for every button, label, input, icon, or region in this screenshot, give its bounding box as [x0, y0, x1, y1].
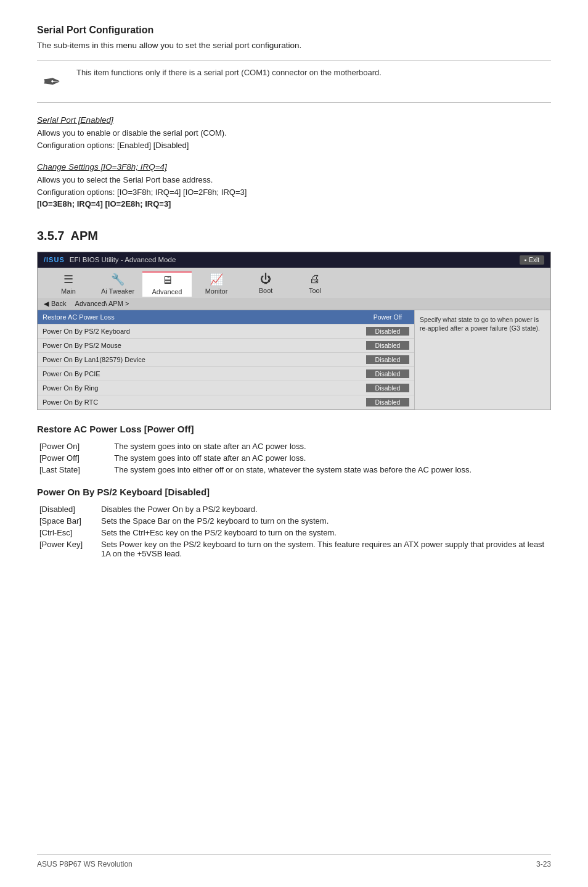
breadcrumb-path: Advanced\ APM >	[75, 300, 129, 307]
boot-icon: ⏻	[260, 273, 271, 286]
bios-nav-bar: ☰ Main 🔧 Ai Tweaker 🖥 Advanced 📈 Monitor…	[38, 268, 550, 298]
table-row: [Disabled] Disables the Power On by a PS…	[37, 503, 551, 515]
option-last-state: [Last State]	[37, 464, 112, 476]
monitor-nav-icon: 📈	[210, 273, 223, 286]
option-disabled: [Disabled]	[37, 503, 99, 515]
bios-row-ps2-mouse[interactable]: Power On By PS/2 Mouse Disabled	[38, 339, 414, 353]
ps2-keyboard-title: Power On By PS/2 Keyboard [Disabled]	[37, 487, 551, 497]
bios-row-pcie[interactable]: Power On By PCIE Disabled	[38, 367, 414, 381]
bios-nav-advanced-label: Advanced	[152, 288, 182, 295]
bios-row-lan-value: Disabled	[366, 355, 409, 364]
bios-nav-boot[interactable]: ⏻ Boot	[241, 271, 290, 297]
bios-row-ring-label: Power On By Ring	[43, 384, 366, 392]
desc-space-bar: Sets the Space Bar on the PS/2 keyboard …	[99, 515, 551, 527]
apm-section-number: 3.5.7	[37, 229, 64, 243]
bios-nav-monitor[interactable]: 📈 Monitor	[192, 271, 241, 297]
desc-power-on: The system goes into on state after an A…	[112, 440, 551, 452]
bios-row-restore-ac[interactable]: Restore AC Power Loss Power Off	[38, 310, 414, 324]
bios-title-text: EFI BIOS Utility - Advanced Mode	[70, 256, 176, 263]
bios-row-pcie-value: Disabled	[366, 369, 409, 378]
bios-row-rtc-value: Disabled	[366, 398, 409, 406]
bios-titlebar-left: /ISUS EFI BIOS Utility - Advanced Mode	[44, 256, 176, 263]
restore-ac-table: [Power On] The system goes into on state…	[37, 440, 551, 476]
desc-disabled: Disables the Power On by a PS/2 keyboard…	[99, 503, 551, 515]
bios-row-ring[interactable]: Power On By Ring Disabled	[38, 381, 414, 395]
option-power-off: [Power Off]	[37, 452, 112, 464]
config-item-serial-port-title: Serial Port [Enabled]	[37, 115, 551, 125]
back-arrow-icon: ◀	[44, 300, 49, 308]
main-icon: ☰	[63, 273, 73, 286]
bios-nav-main-label: Main	[61, 287, 76, 295]
bios-breadcrumb: ◀ Back Advanced\ APM >	[38, 298, 550, 310]
table-row: [Power On] The system goes into on state…	[37, 440, 551, 452]
table-row: [Power Off] The system goes into off sta…	[37, 452, 551, 464]
bios-row-lan[interactable]: Power On By Lan1(82579) Device Disabled	[38, 353, 414, 367]
tool-icon: 🖨	[309, 273, 321, 286]
exit-label: Exit	[529, 257, 539, 263]
config-item-change-settings: Change Settings [IO=3F8h; IRQ=4] Allows …	[37, 162, 551, 210]
bios-nav-ai-tweaker[interactable]: 🔧 Ai Tweaker	[93, 271, 142, 297]
serial-port-title: Serial Port Configuration	[37, 25, 551, 36]
config-item-serial-port-desc: Allows you to enable or disable the seri…	[37, 127, 551, 151]
option-space-bar: [Space Bar]	[37, 515, 99, 527]
bios-nav-tool-label: Tool	[309, 287, 321, 294]
note-icon: ✒	[37, 69, 67, 95]
bios-menu-left: Restore AC Power Loss Power Off Power On…	[38, 310, 415, 410]
page-footer: ASUS P8P67 WS Revolution 3-23	[37, 854, 551, 868]
note-box: ✒ This item functions only if there is a…	[37, 60, 551, 103]
restore-ac-title: Restore AC Power Loss [Power Off]	[37, 424, 551, 434]
back-label[interactable]: Back	[51, 300, 66, 307]
note-text: This item functions only if there is a s…	[76, 68, 382, 77]
bios-help-text: Specify what state to go to when power i…	[415, 310, 550, 410]
bios-row-restore-ac-value: Power Off	[366, 313, 409, 321]
bios-nav-boot-label: Boot	[259, 287, 273, 294]
bios-content: Restore AC Power Loss Power Off Power On…	[38, 310, 550, 410]
config-item-change-settings-desc: Allows you to select the Serial Port bas…	[37, 174, 551, 210]
table-row: [Power Key] Sets Power key on the PS/2 k…	[37, 538, 551, 559]
bios-nav-ai-tweaker-label: Ai Tweaker	[101, 287, 134, 295]
bios-row-rtc[interactable]: Power On By RTC Disabled	[38, 395, 414, 410]
serial-port-intro: The sub-items in this menu allow you to …	[37, 41, 551, 50]
asus-logo: /ISUS	[44, 256, 65, 263]
table-row: [Last State] The system goes into either…	[37, 464, 551, 476]
bios-nav-advanced[interactable]: 🖥 Advanced	[142, 271, 192, 297]
bios-row-ps2-keyboard[interactable]: Power On By PS/2 Keyboard Disabled	[38, 324, 414, 339]
bios-row-ps2-keyboard-label: Power On By PS/2 Keyboard	[43, 328, 366, 335]
bios-nav-main[interactable]: ☰ Main	[44, 271, 93, 297]
table-row: [Ctrl-Esc] Sets the Ctrl+Esc key on the …	[37, 527, 551, 538]
option-ctrl-esc: [Ctrl-Esc]	[37, 527, 99, 538]
bios-nav-monitor-label: Monitor	[205, 287, 228, 295]
bios-nav-tool[interactable]: 🖨 Tool	[290, 271, 340, 297]
bios-row-restore-ac-label: Restore AC Power Loss	[43, 313, 366, 321]
bios-row-ps2-mouse-label: Power On By PS/2 Mouse	[43, 342, 366, 349]
bios-row-pcie-label: Power On By PCIE	[43, 370, 366, 377]
bios-row-rtc-label: Power On By RTC	[43, 398, 366, 406]
apm-section-label: APM	[70, 229, 97, 243]
serial-port-desc-line1: Allows you to enable or disable the seri…	[37, 128, 227, 150]
advanced-icon: 🖥	[161, 274, 173, 287]
bios-row-ps2-keyboard-value: Disabled	[366, 327, 409, 336]
apm-section: 3.5.7 APM /ISUS EFI BIOS Utility - Advan…	[37, 229, 551, 559]
desc-ctrl-esc: Sets the Ctrl+Esc key on the PS/2 keyboa…	[99, 527, 551, 538]
ps2-keyboard-table: [Disabled] Disables the Power On by a PS…	[37, 503, 551, 559]
bios-row-ps2-mouse-value: Disabled	[366, 341, 409, 350]
config-item-change-settings-title: Change Settings [IO=3F8h; IRQ=4]	[37, 162, 551, 171]
desc-power-off: The system goes into off state after an …	[112, 452, 551, 464]
option-power-on: [Power On]	[37, 440, 112, 452]
config-item-serial-port: Serial Port [Enabled] Allows you to enab…	[37, 115, 551, 151]
footer-left: ASUS P8P67 WS Revolution	[37, 860, 133, 868]
bios-ui: /ISUS EFI BIOS Utility - Advanced Mode ▪…	[37, 252, 551, 410]
desc-last-state: The system goes into either off or on st…	[112, 464, 551, 476]
monitor-icon: ▪	[525, 257, 527, 263]
bios-row-ring-value: Disabled	[366, 384, 409, 392]
bios-titlebar: /ISUS EFI BIOS Utility - Advanced Mode ▪…	[38, 252, 550, 268]
table-row: [Space Bar] Sets the Space Bar on the PS…	[37, 515, 551, 527]
footer-right: 3-23	[536, 860, 551, 868]
bios-row-lan-label: Power On By Lan1(82579) Device	[43, 356, 366, 363]
desc-power-key: Sets Power key on the PS/2 keyboard to t…	[99, 538, 551, 559]
option-power-key: [Power Key]	[37, 538, 99, 559]
apm-header: 3.5.7 APM	[37, 229, 551, 243]
ai-tweaker-icon: 🔧	[111, 273, 125, 286]
bios-exit-button[interactable]: ▪ Exit	[520, 255, 544, 265]
